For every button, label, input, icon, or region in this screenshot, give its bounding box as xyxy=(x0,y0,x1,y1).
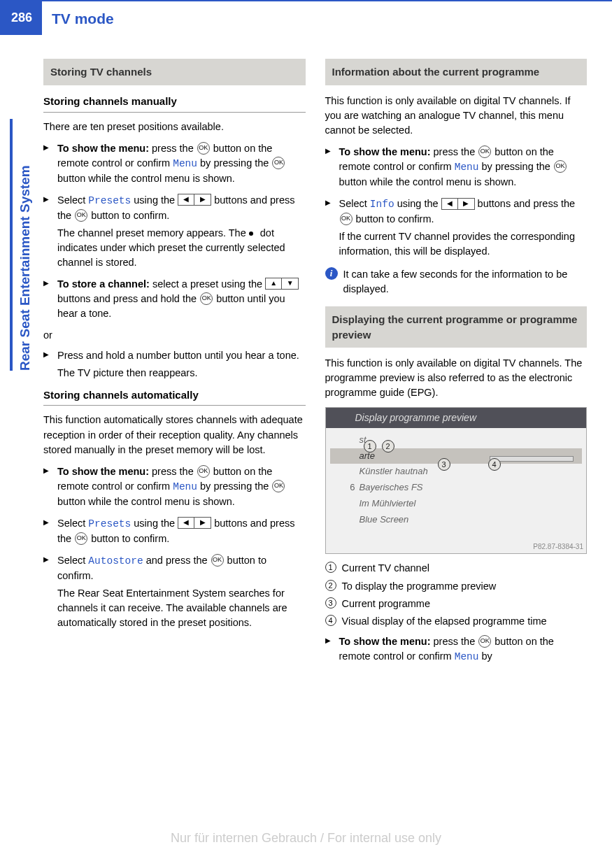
callout-2: 2 xyxy=(382,440,394,453)
figure-header: Display programme preview xyxy=(326,408,587,427)
txt: by pressing the xyxy=(197,157,271,169)
right-arrow-button-icon: ▶ xyxy=(194,517,211,529)
legend-num: 3 xyxy=(325,597,336,609)
callout-1: 1 xyxy=(364,440,376,453)
menu-label: Menu xyxy=(173,481,197,492)
txt: buttons and press and hold the xyxy=(57,293,199,304)
txt: Press and hold a number button until you… xyxy=(57,350,299,361)
ok-button-icon: OK xyxy=(197,465,210,478)
step: To show the menu: press the OK button on… xyxy=(43,141,306,186)
txt: press the xyxy=(431,636,478,647)
footer-watermark: Nur für internen Gebrauch / For internal… xyxy=(0,829,612,847)
right-column: Information about the current programme … xyxy=(325,59,588,671)
autostore-label: Autostore xyxy=(88,555,143,567)
right-arrow-button-icon: ▶ xyxy=(458,198,475,210)
fig-row: Künstler hautnah xyxy=(330,464,583,480)
subheading: Storing channels automatically xyxy=(43,387,306,406)
callout-3: 3 xyxy=(438,458,450,471)
txt: button to confirm. xyxy=(353,213,434,225)
legend-num: 2 xyxy=(325,580,336,591)
txt: Select xyxy=(339,198,370,209)
step: To show the menu: press the OK button on… xyxy=(325,634,588,664)
content-area: Storing TV channels Storing channels man… xyxy=(0,39,612,671)
presets-label: Presets xyxy=(88,195,131,206)
callout-4: 4 xyxy=(488,458,501,471)
txt: press the xyxy=(149,466,197,477)
legend-text: Current programme xyxy=(342,598,431,609)
step: To show the menu: press the OK button on… xyxy=(325,145,588,190)
txt: using the xyxy=(394,198,441,209)
step: Press and hold a number button until you… xyxy=(43,348,306,380)
step: Select Info using the ◀▶ buttons and pre… xyxy=(325,197,588,259)
txt: using the xyxy=(131,518,178,529)
txt: and press the xyxy=(143,555,211,566)
header-rule xyxy=(0,0,612,1)
menu-label: Menu xyxy=(455,651,479,662)
ok-button-icon: OK xyxy=(200,292,213,305)
txt: by xyxy=(479,650,492,662)
txt: The Rear Seat Entertainment System searc… xyxy=(57,588,287,628)
step-bold: To store a channel: xyxy=(57,278,150,290)
paragraph: There are ten preset positions available… xyxy=(43,120,306,134)
txt: buttons and press the xyxy=(475,198,576,209)
txt: by pressing the xyxy=(479,161,553,172)
right-arrow-button-icon: ▶ xyxy=(194,194,211,206)
txt: button while the control menu is shown. xyxy=(57,496,235,507)
legend-num: 4 xyxy=(325,615,336,626)
ok-button-icon: OK xyxy=(75,532,87,545)
left-arrow-button-icon: ◀ xyxy=(178,194,194,206)
page-number: 286 xyxy=(0,0,42,35)
txt: press the xyxy=(431,146,478,157)
paragraph: This function is only available on digit… xyxy=(325,94,588,138)
fig-row: 6Bayerisches FS xyxy=(330,480,583,496)
step-bold: To show the menu: xyxy=(339,146,431,157)
info-label: Info xyxy=(370,199,394,210)
txt: The TV picture then reappears. xyxy=(57,367,197,378)
txt: button to confirm. xyxy=(88,210,169,221)
up-arrow-button-icon: ▲ xyxy=(265,278,282,290)
legend-item: 4Visual display of the elapsed programme… xyxy=(325,614,588,629)
step-bold: To show the menu: xyxy=(57,466,149,477)
txt: button to confirm. xyxy=(88,533,169,544)
step: Select Presets using the ◀▶ buttons and … xyxy=(43,516,306,546)
step: Select Autostore and press the OK button… xyxy=(43,553,306,630)
ok-button-icon: OK xyxy=(75,209,87,222)
ok-button-icon: OK xyxy=(272,157,285,169)
figure-epg: Display programme preview st arte Künstl… xyxy=(325,407,588,554)
step-bold: To show the menu: xyxy=(57,143,149,154)
ok-button-icon: OK xyxy=(340,213,353,225)
legend-item: 3Current programme xyxy=(325,597,588,611)
txt: Select xyxy=(57,194,88,206)
progress-bar-icon xyxy=(490,456,574,462)
paragraph: This function is only available on digit… xyxy=(325,356,588,400)
presets-label: Presets xyxy=(88,518,131,529)
fig-row: Im Mühlviertel xyxy=(330,496,583,512)
ok-button-icon: OK xyxy=(478,145,491,158)
paragraph: This function automatically stores chann… xyxy=(43,413,306,457)
ok-button-icon: OK xyxy=(478,635,491,648)
txt: Select xyxy=(57,555,88,566)
legend-item: 1Current TV channel xyxy=(325,561,588,576)
info-icon: i xyxy=(325,267,338,280)
txt: press the xyxy=(149,143,197,154)
menu-label: Menu xyxy=(455,162,479,173)
txt: If the current TV channel provides the c… xyxy=(339,231,575,257)
ok-button-icon: OK xyxy=(211,554,224,567)
ok-button-icon: OK xyxy=(272,480,285,492)
info-note: i It can take a few seconds for the info… xyxy=(325,267,588,297)
menu-label: Menu xyxy=(173,158,197,169)
side-tab: Rear Seat Entertainment System xyxy=(0,119,31,371)
step-bold: To show the menu: xyxy=(339,636,431,647)
txt: Select xyxy=(57,518,88,529)
legend-text: Visual display of the elapsed programme … xyxy=(342,616,547,627)
txt: select a preset using the xyxy=(150,278,265,290)
info-text: It can take a few seconds for the inform… xyxy=(343,269,568,294)
subheading: Storing channels manually xyxy=(43,94,306,113)
step: Select Presets using the ◀▶ buttons and … xyxy=(43,193,306,270)
figure-attribution: P82.87-8384-31 xyxy=(533,542,583,553)
legend-num: 1 xyxy=(325,562,336,573)
down-arrow-button-icon: ▼ xyxy=(282,278,299,290)
txt: using the xyxy=(131,194,178,206)
legend-text: To display the programme preview xyxy=(342,581,497,592)
section-heading: Storing TV channels xyxy=(43,59,306,85)
